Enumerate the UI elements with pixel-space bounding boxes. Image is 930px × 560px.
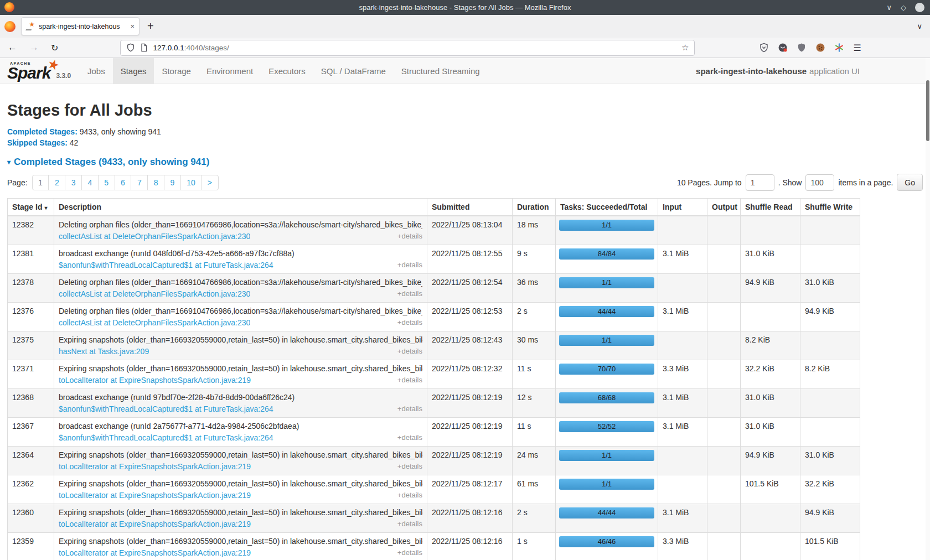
stage-callsite-link[interactable]: collectAsList at DeleteOrphanFilesSparkA… [59, 318, 250, 327]
output-cell [707, 504, 741, 533]
firefox-logo-icon [4, 21, 16, 32]
details-toggle[interactable]: +details [397, 462, 422, 471]
shuffle-write-cell: 94.9 KiB [800, 303, 860, 331]
details-toggle[interactable]: +details [397, 347, 422, 356]
stage-callsite-link[interactable]: $anonfun$withThreadLocalCaptured$1 at Fu… [59, 433, 273, 442]
pagination-page-10[interactable]: 10 [180, 175, 202, 190]
completed-stages-label[interactable]: Completed Stages: [7, 127, 78, 136]
spark-logo[interactable]: APACHE Spark ★ 3.3.0 [0, 58, 75, 84]
stage-callsite-link[interactable]: toLocalIterator at ExpireSnapshotsSparkA… [59, 376, 251, 385]
details-toggle[interactable]: +details [397, 405, 422, 413]
extension-privacy-badge-icon[interactable] [778, 43, 788, 53]
pagination-next-button[interactable]: > [201, 175, 218, 190]
nav-item-executors[interactable]: Executors [261, 58, 313, 84]
column-header-shuffle-read[interactable]: Shuffle Read [741, 199, 800, 216]
page-info-icon[interactable] [140, 43, 148, 52]
pagination-page-3[interactable]: 3 [65, 175, 82, 190]
column-header-input[interactable]: Input [658, 199, 707, 216]
shuffle-write-cell: 31.0 KiB [800, 274, 860, 303]
pagination-page-4[interactable]: 4 [81, 175, 99, 190]
details-toggle[interactable]: +details [397, 548, 422, 557]
input-cell [658, 447, 707, 475]
new-tab-button[interactable]: + [147, 20, 154, 33]
completed-stages-section-header[interactable]: ▾ Completed Stages (9433, only showing 9… [7, 157, 923, 168]
tab-close-icon[interactable]: × [130, 22, 135, 30]
back-button[interactable]: ← [8, 42, 17, 53]
reload-button[interactable]: ↻ [51, 43, 58, 53]
pagination-page-8[interactable]: 8 [147, 175, 164, 190]
column-header-submitted[interactable]: Submitted [427, 199, 513, 216]
details-toggle[interactable]: +details [397, 232, 422, 241]
duration-cell: 9 s [513, 245, 556, 274]
stage-callsite-link[interactable]: toLocalIterator at ExpireSnapshotsSparkA… [59, 548, 251, 557]
bookmark-star-icon[interactable]: ☆ [681, 43, 689, 53]
pagination-page-6[interactable]: 6 [115, 175, 132, 190]
extension-cookie-icon[interactable] [815, 43, 825, 53]
extension-ublock-shield-icon[interactable] [797, 43, 807, 53]
nav-item-environment[interactable]: Environment [199, 58, 261, 84]
window-maximize-button[interactable]: ◇ [901, 4, 906, 11]
column-header-description[interactable]: Description [54, 199, 427, 216]
details-toggle[interactable]: +details [397, 261, 422, 269]
details-toggle[interactable]: +details [397, 491, 422, 500]
pagination-page-1[interactable]: 1 [32, 175, 49, 190]
details-toggle[interactable]: +details [397, 318, 422, 327]
tab-list-chevron-icon[interactable]: ∨ [917, 22, 922, 30]
stage-callsite-link[interactable]: toLocalIterator at ExpireSnapshotsSparkA… [59, 520, 251, 528]
stage-callsite-link[interactable]: toLocalIterator at ExpireSnapshotsSparkA… [59, 491, 251, 500]
jump-to-page-input[interactable] [746, 174, 774, 191]
stage-callsite-link[interactable]: hasNext at Tasks.java:209 [59, 347, 149, 356]
stage-description: Expiring snapshots (older_than=166932055… [59, 537, 422, 546]
page-label: Page: [7, 178, 28, 187]
stage-callsite-link[interactable]: toLocalIterator at ExpireSnapshotsSparkA… [59, 462, 251, 471]
column-header-output[interactable]: Output [707, 199, 741, 216]
column-header-shuffle-write[interactable]: Shuffle Write [800, 199, 860, 216]
details-toggle[interactable]: +details [397, 289, 422, 298]
stage-id: 12378 [8, 274, 54, 303]
nav-item-jobs[interactable]: Jobs [80, 58, 113, 84]
menu-hamburger-icon[interactable]: ☰ [853, 43, 861, 53]
details-toggle[interactable]: +details [397, 376, 422, 385]
page-content: Stages for All Jobs Completed Stages: 94… [0, 101, 930, 560]
stage-callsite-link[interactable]: $anonfun$withThreadLocalCaptured$1 at Fu… [59, 261, 273, 269]
column-header-tasks-succeeded-total[interactable]: Tasks: Succeeded/Total [556, 199, 658, 216]
collapse-caret-icon[interactable]: ▾ [7, 158, 11, 166]
forward-button[interactable]: → [29, 42, 39, 53]
skipped-stages-label[interactable]: Skipped Stages: [7, 138, 68, 147]
stage-id: 12382 [8, 216, 54, 245]
pagination-page-7[interactable]: 7 [131, 175, 148, 190]
details-toggle[interactable]: +details [397, 520, 422, 528]
nav-item-sql-dataframe[interactable]: SQL / DataFrame [313, 58, 394, 84]
skipped-stages-value: 42 [70, 138, 79, 147]
tasks-cell: 52/52 [556, 418, 658, 447]
stage-callsite-link[interactable]: $anonfun$withThreadLocalCaptured$1 at Fu… [59, 405, 273, 413]
pagination-page-5[interactable]: 5 [98, 175, 115, 190]
nav-item-structured-streaming[interactable]: Structured Streaming [394, 58, 488, 84]
stage-id: 12375 [8, 331, 54, 360]
duration-cell: 2 s [513, 303, 556, 331]
scrollbar[interactable] [926, 58, 930, 560]
column-header-stage-id[interactable]: Stage Id▾ [8, 199, 54, 216]
column-header-duration[interactable]: Duration [513, 199, 556, 216]
tasks-cell: 1/1 [556, 331, 658, 360]
shuffle-read-cell: 32.2 KiB [741, 360, 800, 389]
nav-item-storage[interactable]: Storage [154, 58, 199, 84]
shuffle-read-cell: 94.9 KiB [741, 447, 800, 475]
extension-multicolor-asterisk-icon[interactable] [834, 43, 844, 53]
details-toggle[interactable]: +details [397, 433, 422, 442]
pagination-page-9[interactable]: 9 [164, 175, 181, 190]
scrollbar-thumb[interactable] [926, 80, 929, 141]
tracking-protection-shield-icon[interactable] [126, 43, 135, 52]
stage-callsite-link[interactable]: collectAsList at DeleteOrphanFilesSparkA… [59, 232, 250, 241]
window-minimize-button[interactable]: ∨ [886, 4, 892, 11]
stage-callsite-link[interactable]: collectAsList at DeleteOrphanFilesSparkA… [59, 289, 250, 298]
browser-tab[interactable]: ★ spark-ingest-into-lakehous × [21, 17, 140, 35]
nav-item-stages[interactable]: Stages [113, 58, 154, 84]
tasks-cell: 68/68 [556, 389, 658, 418]
url-bar[interactable]: 127.0.0.1:4040/stages/ ☆ [120, 40, 695, 56]
window-close-button[interactable]: × [915, 3, 924, 12]
go-button[interactable]: Go [897, 174, 923, 191]
items-per-page-input[interactable] [805, 174, 834, 191]
extension-shield-check-icon[interactable] [759, 43, 769, 53]
pagination-page-2[interactable]: 2 [48, 175, 65, 190]
